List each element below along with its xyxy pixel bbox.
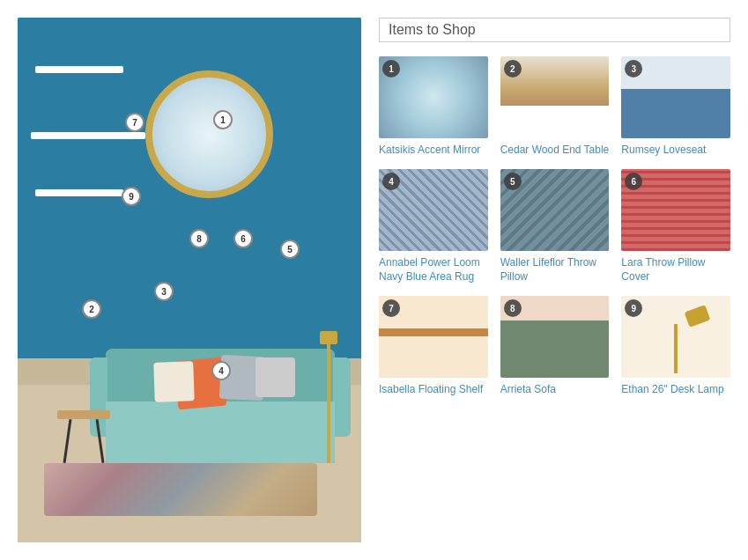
sofa-arm-right [333,357,351,437]
room-badge-8[interactable]: 8 [189,229,209,248]
item-image-wrapper-1: 1 [379,56,488,138]
shelf-top [35,66,123,73]
item-card-8[interactable]: 8Arrieta Sofa [500,296,610,396]
item-badge-5: 5 [504,173,522,190]
item-name-9[interactable]: Ethan 26" Desk Lamp [621,383,730,397]
item-name-1[interactable]: Katsikis Accent Mirror [379,144,488,158]
item-name-5[interactable]: Waller Lifeflor Throw Pillow [500,256,610,284]
end-table-leg-right [96,419,105,463]
shelf-bot [35,189,123,196]
item-card-1[interactable]: 1Katsikis Accent Mirror [379,56,488,157]
item-card-2[interactable]: 2Cedar Wood End Table [500,56,610,157]
room-end-table [57,410,110,463]
room-badge-7[interactable]: 7 [125,113,144,132]
shop-title: Items to Shop [379,18,730,42]
room-pillow-cream [153,361,195,402]
end-table-top [57,410,110,419]
lamp-head [320,331,337,344]
room-floor-lamp [327,340,330,463]
item-card-7[interactable]: 7Isabella Floating Shelf [379,296,488,396]
item-badge-2: 2 [504,60,522,77]
item-name-3[interactable]: Rumsey Loveseat [621,144,730,158]
item-card-4[interactable]: 4Annabel Power Loom Navy Blue Area Rug [379,169,488,284]
item-image-wrapper-6: 6 [621,169,730,251]
item-name-8[interactable]: Arrieta Sofa [500,383,610,397]
end-table-leg-left [63,419,72,463]
desk-lamp-body [674,324,678,373]
item-name-4[interactable]: Annabel Power Loom Navy Blue Area Rug [379,256,488,284]
room-badge-6[interactable]: 6 [233,229,253,248]
item-badge-8: 8 [504,299,522,317]
item-card-6[interactable]: 6Lara Throw Pillow Cover [621,169,730,284]
room-rug [44,463,317,516]
room-badge-3[interactable]: 3 [154,282,174,301]
item-image-wrapper-5: 5 [500,169,610,251]
shop-panel: Items to Shop 1Katsikis Accent Mirror2Ce… [379,18,730,542]
room-badge-9[interactable]: 9 [122,187,141,206]
room-mirror [145,70,273,198]
item-image-wrapper-4: 4 [379,169,488,251]
item-name-7[interactable]: Isabella Floating Shelf [379,383,488,397]
room-image: 1 2 3 4 5 6 7 8 9 [18,18,361,542]
item-image-wrapper-2: 2 [500,56,610,138]
shelf-mid [31,132,145,139]
item-image-wrapper-9: 9 [621,296,730,378]
room-wall: 1 2 3 4 5 6 7 8 9 [18,18,361,542]
item-card-3[interactable]: 3Rumsey Loveseat [621,56,730,157]
room-badge-4[interactable]: 4 [211,361,231,380]
item-badge-1: 1 [382,60,400,77]
items-grid: 1Katsikis Accent Mirror2Cedar Wood End T… [379,56,730,397]
sofa-seat [106,402,335,463]
item-card-5[interactable]: 5Waller Lifeflor Throw Pillow [500,169,610,284]
room-badge-1[interactable]: 1 [213,110,233,129]
room-pillow-light [256,357,295,397]
item-name-2[interactable]: Cedar Wood End Table [500,144,610,158]
item-name-6[interactable]: Lara Throw Pillow Cover [621,256,730,284]
item-card-9[interactable]: 9Ethan 26" Desk Lamp [621,296,730,396]
item-image-wrapper-8: 8 [500,296,610,378]
room-badge-5[interactable]: 5 [280,239,300,259]
item-image-wrapper-7: 7 [379,296,488,378]
desk-lamp-head [685,305,711,327]
room-badge-2[interactable]: 2 [82,299,101,319]
item-image-wrapper-3: 3 [621,56,730,138]
